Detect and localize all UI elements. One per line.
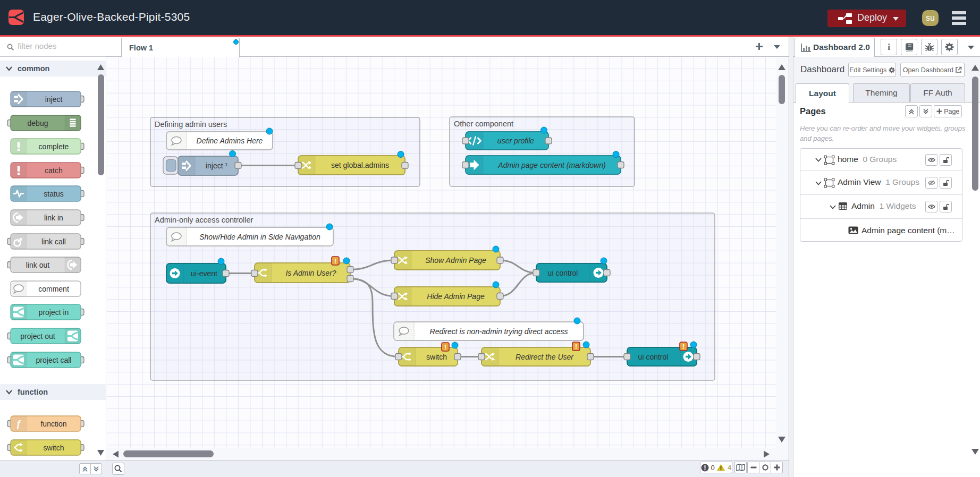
svg-text:catch: catch <box>45 166 62 175</box>
svg-text:!: ! <box>444 344 446 351</box>
svg-text:link out: link out <box>26 261 49 269</box>
svg-text:Admin page content (markdown): Admin page content (markdown) <box>497 161 605 169</box>
svg-text:function: function <box>18 388 48 396</box>
svg-text:switch: switch <box>44 444 64 452</box>
svg-text:Show Admin Page: Show Admin Page <box>425 256 486 265</box>
svg-text:project call: project call <box>36 356 72 364</box>
svg-text:!: ! <box>334 258 336 265</box>
svg-text:Defining admin users: Defining admin users <box>155 120 227 129</box>
svg-text:function: function <box>40 420 66 428</box>
svg-text:status: status <box>44 190 63 198</box>
svg-text:switch: switch <box>426 353 447 361</box>
svg-text:Other component: Other component <box>454 120 513 128</box>
svg-text:Hide Admin Page: Hide Admin Page <box>427 292 485 301</box>
svg-text:inject ¹: inject ¹ <box>206 161 228 170</box>
svg-text:inject: inject <box>45 95 63 104</box>
svg-text:project in: project in <box>39 308 69 317</box>
svg-text:link call: link call <box>41 237 66 246</box>
svg-text:Define Admins Here: Define Admins Here <box>197 137 263 145</box>
svg-text:project out: project out <box>20 332 55 340</box>
svg-text:Redirect the User: Redirect the User <box>516 353 574 361</box>
svg-text:ui-event: ui-event <box>191 269 217 278</box>
svg-text:Redirect is non-admin trying d: Redirect is non-admin trying direct acce… <box>430 327 568 336</box>
svg-text:ui control: ui control <box>548 269 578 277</box>
svg-text:comment: comment <box>38 285 69 293</box>
svg-text:link in: link in <box>44 214 63 222</box>
svg-text:ui control: ui control <box>638 353 669 361</box>
svg-text:common: common <box>18 64 49 73</box>
svg-text:user profile: user profile <box>497 137 534 145</box>
svg-text:Admin-only access controller: Admin-only access controller <box>155 216 254 224</box>
svg-text:!: ! <box>682 343 685 351</box>
svg-text:!: ! <box>575 343 577 351</box>
svg-text:complete: complete <box>39 142 69 151</box>
svg-text:debug: debug <box>28 119 48 127</box>
svg-text:set global.admins: set global.admins <box>331 161 389 169</box>
svg-text:Is Admin User?: Is Admin User? <box>285 269 336 277</box>
svg-text:Show/Hide Admin in Side Naviga: Show/Hide Admin in Side Navigation <box>199 233 320 241</box>
